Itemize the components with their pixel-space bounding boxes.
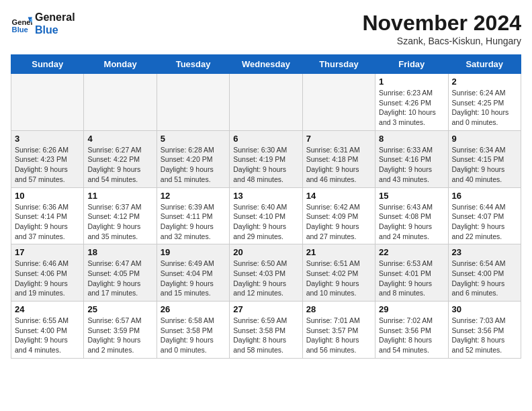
day-number: 1	[379, 77, 444, 87]
day-info: Sunrise: 6:28 AM Sunset: 4:20 PM Dayligh…	[161, 145, 226, 185]
day-number: 14	[306, 191, 371, 201]
calendar-cell: 8Sunrise: 6:33 AM Sunset: 4:16 PM Daylig…	[375, 130, 448, 187]
calendar-cell: 11Sunrise: 6:37 AM Sunset: 4:12 PM Dayli…	[84, 187, 157, 244]
day-number: 27	[233, 304, 298, 314]
calendar-cell	[157, 74, 229, 131]
day-number: 16	[452, 191, 517, 201]
day-info: Sunrise: 6:50 AM Sunset: 4:03 PM Dayligh…	[233, 259, 298, 298]
calendar-week-3: 10Sunrise: 6:36 AM Sunset: 4:14 PM Dayli…	[11, 187, 521, 244]
svg-text:Blue: Blue	[12, 26, 28, 34]
calendar-cell: 16Sunrise: 6:44 AM Sunset: 4:07 PM Dayli…	[448, 187, 521, 244]
day-number: 19	[161, 247, 226, 257]
header: General Blue General Blue November 2024 …	[11, 11, 521, 46]
logo-line2: Blue	[35, 24, 75, 36]
day-info: Sunrise: 6:49 AM Sunset: 4:04 PM Dayligh…	[161, 259, 226, 298]
day-number: 5	[161, 134, 226, 144]
day-header-thursday: Thursday	[302, 55, 375, 74]
day-info: Sunrise: 6:44 AM Sunset: 4:07 PM Dayligh…	[452, 202, 517, 242]
logo-icon: General Blue	[11, 13, 32, 34]
calendar-cell: 24Sunrise: 6:55 AM Sunset: 4:00 PM Dayli…	[11, 302, 84, 359]
month-title: November 2024	[362, 11, 521, 36]
calendar-cell: 9Sunrise: 6:34 AM Sunset: 4:15 PM Daylig…	[448, 130, 521, 187]
day-header-sunday: Sunday	[11, 55, 84, 74]
day-info: Sunrise: 6:40 AM Sunset: 4:10 PM Dayligh…	[233, 202, 298, 242]
day-number: 12	[161, 191, 226, 201]
calendar-cell: 30Sunrise: 7:03 AM Sunset: 3:56 PM Dayli…	[448, 302, 521, 359]
day-info: Sunrise: 7:03 AM Sunset: 3:56 PM Dayligh…	[452, 316, 517, 355]
title-area: November 2024 Szank, Bacs-Kiskun, Hungar…	[362, 11, 521, 46]
day-number: 6	[233, 134, 298, 144]
day-number: 29	[379, 304, 444, 314]
calendar-cell: 27Sunrise: 6:59 AM Sunset: 3:58 PM Dayli…	[230, 302, 302, 359]
day-number: 3	[15, 134, 80, 144]
day-number: 22	[379, 247, 444, 257]
calendar-cell: 13Sunrise: 6:40 AM Sunset: 4:10 PM Dayli…	[230, 187, 302, 244]
calendar-cell: 23Sunrise: 6:54 AM Sunset: 4:00 PM Dayli…	[448, 244, 521, 302]
day-header-saturday: Saturday	[448, 55, 521, 74]
calendar-cell: 1Sunrise: 6:23 AM Sunset: 4:26 PM Daylig…	[375, 74, 448, 131]
day-info: Sunrise: 6:51 AM Sunset: 4:02 PM Dayligh…	[306, 259, 371, 298]
calendar-cell: 22Sunrise: 6:53 AM Sunset: 4:01 PM Dayli…	[375, 244, 448, 302]
calendar-cell: 25Sunrise: 6:57 AM Sunset: 3:59 PM Dayli…	[84, 302, 157, 359]
calendar-cell: 5Sunrise: 6:28 AM Sunset: 4:20 PM Daylig…	[157, 130, 229, 187]
day-info: Sunrise: 6:59 AM Sunset: 3:58 PM Dayligh…	[233, 316, 298, 355]
calendar-table: SundayMondayTuesdayWednesdayThursdayFrid…	[11, 54, 521, 359]
calendar-cell: 21Sunrise: 6:51 AM Sunset: 4:02 PM Dayli…	[302, 244, 375, 302]
day-info: Sunrise: 6:39 AM Sunset: 4:11 PM Dayligh…	[161, 202, 226, 242]
location: Szank, Bacs-Kiskun, Hungary	[362, 36, 521, 46]
day-number: 26	[161, 304, 226, 314]
day-header-tuesday: Tuesday	[157, 55, 229, 74]
calendar-week-4: 17Sunrise: 6:46 AM Sunset: 4:06 PM Dayli…	[11, 244, 521, 302]
day-number: 13	[233, 191, 298, 201]
day-number: 10	[15, 191, 80, 201]
day-info: Sunrise: 6:53 AM Sunset: 4:01 PM Dayligh…	[379, 259, 444, 298]
day-number: 23	[452, 247, 517, 257]
day-info: Sunrise: 6:24 AM Sunset: 4:25 PM Dayligh…	[452, 88, 517, 128]
day-info: Sunrise: 6:26 AM Sunset: 4:23 PM Dayligh…	[15, 145, 80, 185]
day-number: 7	[306, 134, 371, 144]
day-number: 28	[306, 304, 371, 314]
calendar-cell: 4Sunrise: 6:27 AM Sunset: 4:22 PM Daylig…	[84, 130, 157, 187]
calendar-cell: 7Sunrise: 6:31 AM Sunset: 4:18 PM Daylig…	[302, 130, 375, 187]
day-number: 2	[452, 77, 517, 87]
day-number: 9	[452, 134, 517, 144]
calendar-cell	[11, 74, 84, 131]
day-number: 25	[87, 304, 152, 314]
calendar-cell: 26Sunrise: 6:58 AM Sunset: 3:58 PM Dayli…	[157, 302, 229, 359]
day-info: Sunrise: 6:42 AM Sunset: 4:09 PM Dayligh…	[306, 202, 371, 242]
calendar-cell: 17Sunrise: 6:46 AM Sunset: 4:06 PM Dayli…	[11, 244, 84, 302]
day-number: 4	[87, 134, 152, 144]
day-number: 20	[233, 247, 298, 257]
calendar-body: 1Sunrise: 6:23 AM Sunset: 4:26 PM Daylig…	[11, 74, 521, 359]
calendar-cell	[230, 74, 302, 131]
day-header-friday: Friday	[375, 55, 448, 74]
logo-line1: General	[35, 11, 75, 24]
day-header-wednesday: Wednesday	[230, 55, 302, 74]
day-number: 21	[306, 247, 371, 257]
calendar-cell	[302, 74, 375, 131]
calendar-cell: 10Sunrise: 6:36 AM Sunset: 4:14 PM Dayli…	[11, 187, 84, 244]
logo: General Blue General Blue	[11, 11, 75, 36]
day-number: 17	[15, 247, 80, 257]
day-info: Sunrise: 6:46 AM Sunset: 4:06 PM Dayligh…	[15, 259, 80, 298]
calendar-cell: 15Sunrise: 6:43 AM Sunset: 4:08 PM Dayli…	[375, 187, 448, 244]
day-info: Sunrise: 7:02 AM Sunset: 3:56 PM Dayligh…	[379, 316, 444, 355]
day-info: Sunrise: 6:33 AM Sunset: 4:16 PM Dayligh…	[379, 145, 444, 185]
day-info: Sunrise: 6:37 AM Sunset: 4:12 PM Dayligh…	[87, 202, 152, 242]
calendar-week-1: 1Sunrise: 6:23 AM Sunset: 4:26 PM Daylig…	[11, 74, 521, 131]
day-info: Sunrise: 7:01 AM Sunset: 3:57 PM Dayligh…	[306, 316, 371, 355]
day-number: 11	[87, 191, 152, 201]
calendar-cell: 29Sunrise: 7:02 AM Sunset: 3:56 PM Dayli…	[375, 302, 448, 359]
calendar-cell: 18Sunrise: 6:47 AM Sunset: 4:05 PM Dayli…	[84, 244, 157, 302]
day-number: 18	[87, 247, 152, 257]
day-info: Sunrise: 6:55 AM Sunset: 4:00 PM Dayligh…	[15, 316, 80, 355]
day-info: Sunrise: 6:43 AM Sunset: 4:08 PM Dayligh…	[379, 202, 444, 242]
day-info: Sunrise: 6:54 AM Sunset: 4:00 PM Dayligh…	[452, 259, 517, 298]
day-info: Sunrise: 6:34 AM Sunset: 4:15 PM Dayligh…	[452, 145, 517, 185]
day-number: 24	[15, 304, 80, 314]
calendar-cell	[84, 74, 157, 131]
day-info: Sunrise: 6:31 AM Sunset: 4:18 PM Dayligh…	[306, 145, 371, 185]
calendar-week-5: 24Sunrise: 6:55 AM Sunset: 4:00 PM Dayli…	[11, 302, 521, 359]
calendar-cell: 19Sunrise: 6:49 AM Sunset: 4:04 PM Dayli…	[157, 244, 229, 302]
day-info: Sunrise: 6:27 AM Sunset: 4:22 PM Dayligh…	[87, 145, 152, 185]
